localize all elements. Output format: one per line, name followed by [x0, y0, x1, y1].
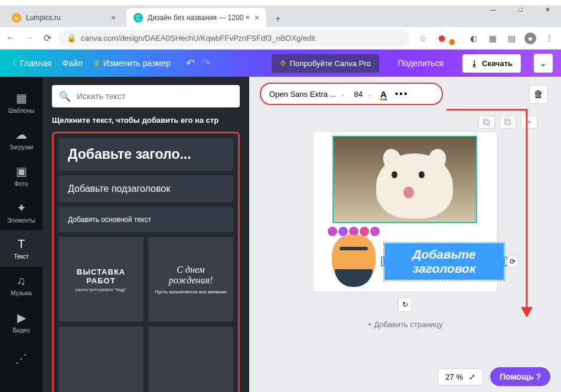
- context-toolbar: Open Sans Extra ... ⌄ 84 ⌄ A •••: [260, 83, 443, 105]
- profile-avatar[interactable]: ●: [524, 32, 536, 44]
- back-button[interactable]: ←: [6, 32, 15, 44]
- text-sidebar: 🔍 Щелкните текст, чтобы добавить его на …: [43, 77, 249, 392]
- rail-photos[interactable]: ▣Фото: [0, 157, 43, 194]
- download-dropdown[interactable]: ⌄: [534, 54, 553, 73]
- duplicate-page-button[interactable]: ⿻: [478, 116, 495, 129]
- star-icon[interactable]: ☆: [417, 32, 429, 44]
- share-button[interactable]: Поделиться: [390, 54, 452, 73]
- window-minimize[interactable]: —: [480, 0, 507, 19]
- canvas-area: Open Sans Extra ... ⌄ 84 ⌄ A ••• 🗑 ⿻ ⿻ +: [249, 77, 561, 392]
- text-icon: T: [18, 237, 25, 251]
- rail-elements[interactable]: ✦Элементы: [0, 194, 43, 230]
- rotate-handle[interactable]: ⟳: [506, 255, 519, 268]
- close-icon[interactable]: ×: [111, 13, 116, 22]
- extension-icon-3[interactable]: ▦: [487, 32, 498, 44]
- add-page-link[interactable]: + Добавить страницу: [249, 312, 561, 337]
- more-options-button[interactable]: •••: [395, 89, 409, 99]
- chevron-down-icon: ⌄: [341, 91, 345, 97]
- annotation-box: Добавьте заголо... Добавьте подзаголовок…: [52, 132, 240, 392]
- try-pro-button[interactable]: ♔ Попробуйте Canva Pro: [272, 54, 379, 73]
- home-button[interactable]: 〈 Главная: [8, 58, 51, 68]
- help-button[interactable]: Помощь ?: [490, 367, 550, 386]
- uploads-icon: ☁: [15, 128, 27, 142]
- chevron-left-icon: 〈: [8, 58, 17, 68]
- tab-lumpics[interactable]: ● Lumpics.ru ×: [5, 8, 123, 27]
- trash-icon: 🗑: [534, 89, 543, 100]
- tab-canva[interactable]: C Дизайн без названия — 1200 × ×: [126, 8, 266, 27]
- tool-rail: ▦Шаблоны ☁Загрузки ▣Фото ✦Элементы TТекс…: [0, 77, 43, 392]
- url-text: canva.com/design/DAEA0SHechU/KqwbFFvPznF…: [81, 34, 315, 43]
- video-icon: ▶: [17, 311, 26, 325]
- redo-button[interactable]: ↷: [202, 57, 211, 70]
- reload-button[interactable]: ⟳: [44, 32, 51, 44]
- rail-more[interactable]: ⋰: [0, 340, 43, 377]
- new-tab-button[interactable]: +: [270, 11, 286, 27]
- font-selector[interactable]: Open Sans Extra ... ⌄: [269, 90, 345, 99]
- canva-menubar: 〈 Главная Файл ♔ Изменить размер ↶ ↷ ♔ П…: [0, 50, 561, 77]
- favicon-icon: ●: [12, 13, 21, 22]
- favicon-icon: C: [133, 13, 143, 22]
- fullscreen-icon[interactable]: ⤢: [469, 373, 475, 381]
- resize-button[interactable]: ♔ Изменить размер: [93, 58, 171, 68]
- chevron-down-icon: ⌄: [367, 91, 372, 97]
- download-icon: ⭳: [471, 59, 478, 68]
- search-input[interactable]: 🔍: [52, 85, 240, 107]
- add-subheading-option[interactable]: Добавьте подзаголовок: [58, 175, 233, 202]
- add-page-button[interactable]: +: [521, 116, 537, 129]
- resize-handle-left[interactable]: [381, 256, 384, 267]
- close-icon[interactable]: ×: [255, 13, 259, 22]
- rail-uploads[interactable]: ☁Загрузки: [0, 120, 43, 157]
- window-maximize[interactable]: □: [507, 0, 534, 19]
- copy-page-button[interactable]: ⿻: [500, 116, 516, 129]
- url-field[interactable]: 🔒 canva.com/design/DAEA0SHechU/KqwbFFvPz…: [58, 30, 410, 47]
- selected-text-element[interactable]: Добавьте заголовок ⟳: [384, 243, 504, 280]
- search-icon: 🔍: [59, 91, 71, 102]
- rail-text[interactable]: TТекст: [0, 230, 43, 267]
- rail-templates[interactable]: ▦Шаблоны: [0, 84, 43, 120]
- menu-icon[interactable]: ⋮: [543, 32, 555, 44]
- canvas-page[interactable]: Добавьте заголовок ⟳: [314, 132, 497, 292]
- rail-music[interactable]: ♫Музыка: [0, 267, 43, 303]
- text-color-button[interactable]: A: [380, 89, 387, 99]
- font-size-selector[interactable]: 84 ⌄: [354, 90, 371, 99]
- cat-illustration: [376, 153, 453, 218]
- tab-title: Lumpics.ru: [26, 14, 61, 22]
- text-template[interactable]: С днем рождения! Пусть исполняются все ж…: [148, 237, 233, 322]
- text-template[interactable]: магазин детских игрушек ВОЛШЕБНЫЙ: [58, 326, 143, 392]
- zoom-value: 27 %: [445, 373, 463, 381]
- text-template[interactable]: наконец-то: [148, 326, 233, 392]
- text-line-2: заголовок: [412, 262, 475, 275]
- more-icon: ⋰: [15, 351, 27, 365]
- music-icon: ♫: [17, 274, 26, 288]
- undo-button[interactable]: ↶: [186, 57, 195, 70]
- templates-icon: ▦: [16, 91, 27, 105]
- browser-tabs: ● Lumpics.ru × C Дизайн без названия — 1…: [0, 6, 561, 27]
- photos-icon: ▣: [16, 164, 27, 178]
- zoom-control[interactable]: 27 % ⤢: [438, 368, 483, 386]
- selected-image[interactable]: [332, 136, 477, 223]
- file-menu[interactable]: Файл: [62, 58, 82, 68]
- text-line-1: Добавьте: [412, 247, 475, 261]
- window-close[interactable]: ✕: [534, 0, 561, 19]
- extension-icon[interactable]: ⬢: [436, 32, 448, 44]
- text-template[interactable]: ВЫСТАВКА РАБОТ школы фотографии "Кадр": [58, 237, 143, 322]
- elements-icon: ✦: [17, 201, 27, 215]
- ext-badge: 1: [449, 39, 455, 45]
- extension-icon-4[interactable]: ▤: [505, 32, 517, 44]
- crown-icon: ♔: [93, 59, 100, 67]
- tab-title: Дизайн без названия — 1200 ×: [148, 14, 250, 22]
- crown-icon: ♔: [280, 59, 286, 67]
- sidebar-hint: Щелкните текст, чтобы добавить его на ст…: [43, 113, 249, 132]
- lock-icon: 🔒: [67, 34, 76, 43]
- extension-icon-2[interactable]: ◐: [468, 32, 480, 44]
- address-bar: ← → ⟳ 🔒 canva.com/design/DAEA0SHechU/Kqw…: [0, 27, 561, 50]
- sync-button[interactable]: ↻: [398, 298, 412, 312]
- add-body-option[interactable]: Добавить основной текст: [58, 207, 233, 232]
- delete-button[interactable]: 🗑: [529, 85, 548, 104]
- download-button[interactable]: ⭳ Скачать: [462, 54, 521, 73]
- avatar-illustration[interactable]: [324, 224, 383, 289]
- forward-button[interactable]: →: [25, 32, 34, 44]
- search-field[interactable]: [77, 92, 233, 101]
- add-heading-option[interactable]: Добавьте заголо...: [58, 138, 233, 171]
- rail-video[interactable]: ▶Видео: [0, 303, 43, 340]
